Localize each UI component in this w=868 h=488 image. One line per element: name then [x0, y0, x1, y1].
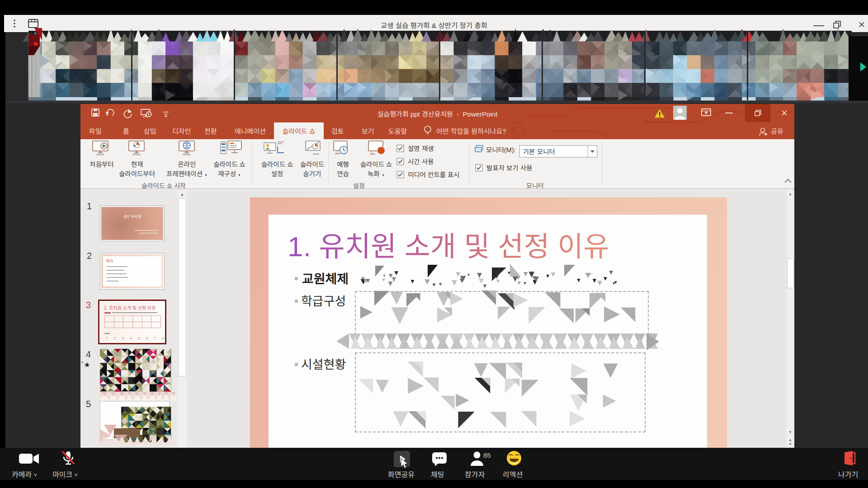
- svg-text:발표자 보기 사용: 발표자 보기 사용: [486, 164, 532, 172]
- svg-text:미디어 컨트롤 표시: 미디어 컨트롤 표시: [408, 171, 460, 178]
- svg-text:설명 재생: 설명 재생: [408, 145, 434, 152]
- svg-text:기본 모니터: 기본 모니터: [523, 148, 555, 155]
- svg-text:모니터(M):: 모니터(M):: [486, 146, 516, 154]
- svg-text:시간 사용: 시간 사용: [408, 158, 434, 165]
